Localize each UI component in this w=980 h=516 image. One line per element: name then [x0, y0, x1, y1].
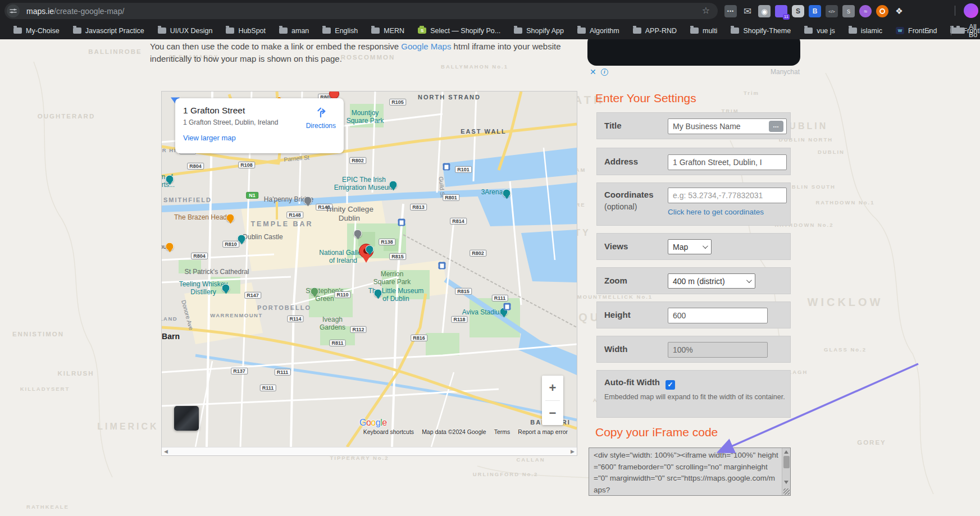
coordinates-input[interactable]	[668, 188, 787, 203]
ad-info-icon[interactable]: i	[601, 69, 608, 76]
background-map-label: URLINGFORD No.2	[473, 471, 539, 477]
url-bar[interactable]: maps.ie/create-google-map/ ☆	[4, 3, 718, 19]
bookmark-item[interactable]: UI/UX Design	[158, 27, 213, 35]
satellite-toggle[interactable]	[174, 406, 199, 431]
profile-avatar[interactable]	[964, 3, 978, 18]
height-input[interactable]	[668, 308, 768, 323]
advertisement-banner[interactable]	[587, 39, 800, 66]
folder-icon	[956, 28, 965, 34]
address-input[interactable]	[668, 154, 787, 170]
bookmark-star-icon[interactable]: ☆	[702, 5, 710, 16]
camera-icon[interactable]: ◉	[758, 5, 771, 17]
more-tools-icon[interactable]: •••	[724, 5, 737, 17]
s-extension-icon[interactable]: s	[842, 5, 855, 17]
views-label: Views	[604, 241, 628, 251]
map-attribution-item[interactable]: Keyboard shortcuts	[363, 428, 414, 435]
bookmark-item[interactable]: MERN	[371, 27, 404, 35]
map-label: Barn	[162, 332, 180, 341]
bookmark-item[interactable]: HubSpot	[226, 27, 266, 35]
map-label: R815	[389, 253, 406, 260]
map-label: R105	[389, 99, 406, 106]
view-larger-map-link[interactable]: View larger map	[183, 134, 336, 142]
map-attribution-item[interactable]: Map data ©2024 Google	[422, 428, 486, 435]
threearena-pin	[503, 189, 511, 198]
bookmark-item[interactable]: Javascript Practice	[73, 27, 144, 35]
calendar-extension-icon[interactable]: 11	[775, 5, 787, 17]
bookmark-item[interactable]: English	[322, 27, 358, 35]
map-label: N1	[246, 192, 258, 199]
background-map-label: DUBLIN	[818, 149, 845, 155]
bookmark-item[interactable]: SSelect — Shopify Po...	[418, 27, 500, 35]
purple-extension-icon[interactable]: ≈	[859, 5, 872, 17]
extensions-puzzle-icon[interactable]: ❖	[893, 5, 905, 17]
zoom-out-button[interactable]: −	[542, 401, 563, 426]
title-row: Title •••	[596, 112, 791, 139]
map-label: Mountjoy Square Park	[347, 109, 384, 125]
ad-close-icon[interactable]: ✕	[590, 68, 596, 76]
bookmark-item[interactable]: Shopify App	[514, 27, 564, 35]
map-label: WARRENMOUNT	[210, 313, 263, 319]
map-attribution-item[interactable]: Terms	[494, 428, 510, 435]
shopify-extension-icon[interactable]: S	[792, 5, 804, 17]
bookmark-item[interactable]: My-Choise	[13, 27, 60, 35]
autofit-description: Embedded map will expand to fit the widt…	[604, 393, 785, 401]
ad-brand-label: Manychat	[771, 68, 800, 76]
bookmark-item[interactable]: APP-RND	[633, 27, 677, 35]
background-map-label: GOREY	[857, 439, 886, 446]
folder-icon	[731, 28, 739, 34]
background-map-label: CALLAN	[516, 456, 545, 463]
resize-handle-icon[interactable]	[783, 488, 790, 495]
bookmarks-separator	[951, 26, 951, 35]
iframe-code-box[interactable]: <div style="width: 100%"><iframe width="…	[589, 447, 791, 496]
iframe-code-text[interactable]: <div style="width: 100%"><iframe width="…	[589, 448, 783, 496]
views-select[interactable]: Map	[668, 239, 712, 254]
map-attribution-item[interactable]: Report a map error	[518, 428, 568, 435]
autofill-dots-icon[interactable]: •••	[769, 121, 783, 132]
bookmark-item[interactable]: islamic	[849, 27, 882, 35]
iframe-heading: Copy your iFrame code	[595, 426, 718, 439]
map-horizontal-scrollbar[interactable]: ◀ ▶	[162, 447, 577, 455]
zoom-in-button[interactable]: +	[542, 376, 563, 400]
title-label: Title	[604, 121, 622, 130]
autofit-checkbox[interactable]: ✓	[666, 380, 675, 390]
directions-button[interactable]: Directions	[306, 106, 336, 130]
background-map-label: MOUNTMELLICK No.1	[577, 294, 653, 300]
mail-icon[interactable]: ✉	[741, 5, 754, 17]
page-content: BALLINROBEGLENAMADDYROSCOMMONOUGHTERARDB…	[0, 39, 980, 516]
map-label: EPIC The Irish Emigration Museum	[334, 176, 394, 192]
map-canvas[interactable]: NORTH STRANDR802R105Mountjoy Square Park…	[162, 92, 577, 447]
bookmarks-overflow-icon[interactable]: »	[927, 26, 931, 35]
scroll-right-icon[interactable]: ▶	[571, 449, 575, 454]
site-settings-icon[interactable]	[7, 4, 20, 17]
transit-icon	[398, 219, 405, 226]
trinity-pin	[354, 230, 362, 238]
bookmark-item[interactable]: Algorithm	[577, 27, 619, 35]
folder-icon	[514, 28, 522, 34]
map-label: Trinity College Dublin	[325, 205, 373, 222]
scrollbar-up-icon[interactable]	[784, 450, 788, 454]
scrollbar-thumb[interactable]	[783, 456, 790, 468]
google-maps-link[interactable]: Google Maps	[401, 42, 451, 51]
map-label: 3Arena	[481, 189, 503, 197]
bookmark-item[interactable]: vue js	[804, 27, 835, 35]
recorder-extension-icon[interactable]	[876, 5, 888, 17]
password-manager-icon[interactable]: B	[809, 5, 821, 17]
bookmark-item[interactable]: multi	[690, 27, 717, 35]
transit-icon	[443, 163, 450, 171]
code-extension-icon[interactable]: </>	[826, 5, 838, 17]
map-label: R138	[379, 239, 395, 245]
scroll-left-icon[interactable]: ◀	[164, 449, 168, 454]
map-label: R108	[238, 162, 255, 168]
bookmark-item[interactable]: Shopify-Theme	[731, 27, 791, 35]
google-logo: Google	[359, 418, 387, 428]
all-bookmarks-button[interactable]: All Bo	[956, 23, 980, 39]
zoom-select[interactable]: 400 m (district)	[668, 273, 755, 289]
map-label: R804	[191, 253, 208, 259]
bookmark-item[interactable]: aman	[279, 27, 309, 35]
scrollbar-down-icon[interactable]	[784, 481, 788, 484]
map-label: R112	[350, 326, 366, 333]
map-label: R148	[286, 212, 303, 218]
map-label: R801	[443, 194, 459, 201]
get-coordinates-link[interactable]: Click here to get coordinates	[668, 208, 764, 216]
teeling-pin	[222, 284, 230, 293]
